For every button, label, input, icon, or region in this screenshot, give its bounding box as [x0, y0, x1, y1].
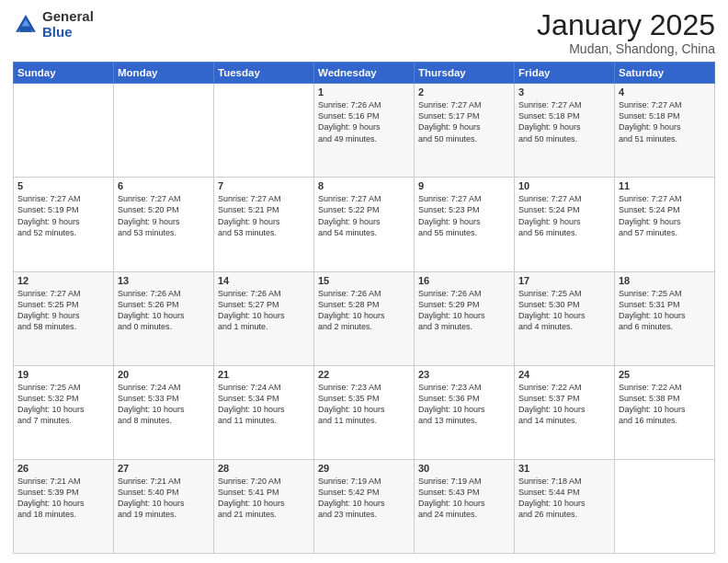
- calendar-table: Sunday Monday Tuesday Wednesday Thursday…: [13, 62, 715, 554]
- table-row: 26Sunrise: 7:21 AMSunset: 5:39 PMDayligh…: [14, 459, 114, 553]
- day-info: Sunrise: 7:27 AMSunset: 5:24 PMDaylight:…: [518, 193, 610, 238]
- day-number: 6: [118, 180, 210, 191]
- day-number: 20: [118, 369, 210, 380]
- day-number: 27: [118, 463, 210, 474]
- calendar-location: Mudan, Shandong, China: [537, 41, 715, 56]
- day-info: Sunrise: 7:23 AMSunset: 5:35 PMDaylight:…: [318, 382, 410, 427]
- day-info: Sunrise: 7:21 AMSunset: 5:39 PMDaylight:…: [17, 476, 109, 521]
- day-info: Sunrise: 7:27 AMSunset: 5:24 PMDaylight:…: [619, 193, 711, 238]
- day-info: Sunrise: 7:27 AMSunset: 5:17 PMDaylight:…: [418, 99, 510, 144]
- day-number: 15: [318, 275, 410, 286]
- table-row: 9Sunrise: 7:27 AMSunset: 5:23 PMDaylight…: [415, 178, 515, 271]
- day-number: 1: [318, 86, 410, 98]
- table-row: 3Sunrise: 7:27 AMSunset: 5:18 PMDaylight…: [515, 84, 615, 178]
- logo-blue-text: Blue: [42, 25, 94, 40]
- svg-rect-2: [20, 26, 31, 31]
- day-number: 25: [619, 369, 711, 380]
- col-saturday: Saturday: [615, 63, 715, 84]
- calendar-title: January 2025: [537, 9, 715, 41]
- day-info: Sunrise: 7:21 AMSunset: 5:40 PMDaylight:…: [118, 476, 210, 521]
- day-number: 21: [218, 369, 310, 380]
- page: General Blue January 2025 Mudan, Shandon…: [0, 0, 728, 563]
- day-number: 4: [619, 86, 711, 98]
- table-row: 2Sunrise: 7:27 AMSunset: 5:17 PMDaylight…: [415, 84, 515, 178]
- table-row: 1Sunrise: 7:26 AMSunset: 5:16 PMDaylight…: [314, 84, 415, 178]
- day-number: 2: [418, 86, 510, 98]
- table-row: [14, 84, 114, 178]
- day-info: Sunrise: 7:27 AMSunset: 5:18 PMDaylight:…: [518, 99, 610, 144]
- table-row: 28Sunrise: 7:20 AMSunset: 5:41 PMDayligh…: [214, 459, 314, 553]
- day-info: Sunrise: 7:26 AMSunset: 5:16 PMDaylight:…: [318, 99, 410, 144]
- calendar-week-4: 19Sunrise: 7:25 AMSunset: 5:32 PMDayligh…: [14, 365, 715, 459]
- calendar-week-1: 1Sunrise: 7:26 AMSunset: 5:16 PMDaylight…: [14, 84, 715, 178]
- day-info: Sunrise: 7:20 AMSunset: 5:41 PMDaylight:…: [218, 476, 310, 521]
- day-number: 23: [418, 369, 510, 380]
- day-info: Sunrise: 7:25 AMSunset: 5:30 PMDaylight:…: [518, 288, 610, 333]
- day-info: Sunrise: 7:27 AMSunset: 5:20 PMDaylight:…: [118, 193, 210, 238]
- col-sunday: Sunday: [14, 63, 114, 84]
- table-row: 12Sunrise: 7:27 AMSunset: 5:25 PMDayligh…: [14, 271, 114, 365]
- day-info: Sunrise: 7:27 AMSunset: 5:21 PMDaylight:…: [218, 193, 310, 238]
- day-info: Sunrise: 7:22 AMSunset: 5:38 PMDaylight:…: [619, 382, 711, 427]
- day-info: Sunrise: 7:26 AMSunset: 5:26 PMDaylight:…: [118, 288, 210, 333]
- table-row: 10Sunrise: 7:27 AMSunset: 5:24 PMDayligh…: [515, 178, 615, 271]
- table-row: [615, 459, 715, 553]
- day-info: Sunrise: 7:25 AMSunset: 5:31 PMDaylight:…: [619, 288, 711, 333]
- table-row: 27Sunrise: 7:21 AMSunset: 5:40 PMDayligh…: [114, 459, 214, 553]
- day-info: Sunrise: 7:18 AMSunset: 5:44 PMDaylight:…: [518, 476, 610, 521]
- table-row: 29Sunrise: 7:19 AMSunset: 5:42 PMDayligh…: [314, 459, 415, 553]
- table-row: 5Sunrise: 7:27 AMSunset: 5:19 PMDaylight…: [14, 178, 114, 271]
- table-row: [114, 84, 214, 178]
- calendar-week-2: 5Sunrise: 7:27 AMSunset: 5:19 PMDaylight…: [14, 178, 715, 271]
- day-info: Sunrise: 7:25 AMSunset: 5:32 PMDaylight:…: [17, 382, 109, 427]
- day-info: Sunrise: 7:26 AMSunset: 5:27 PMDaylight:…: [218, 288, 310, 333]
- day-number: 9: [418, 180, 510, 191]
- col-wednesday: Wednesday: [314, 63, 415, 84]
- col-thursday: Thursday: [415, 63, 515, 84]
- col-friday: Friday: [515, 63, 615, 84]
- table-row: 23Sunrise: 7:23 AMSunset: 5:36 PMDayligh…: [415, 365, 515, 459]
- calendar-week-5: 26Sunrise: 7:21 AMSunset: 5:39 PMDayligh…: [14, 459, 715, 553]
- day-number: 26: [17, 463, 109, 474]
- day-number: 28: [218, 463, 310, 474]
- day-info: Sunrise: 7:27 AMSunset: 5:23 PMDaylight:…: [418, 193, 510, 238]
- day-number: 3: [518, 86, 610, 98]
- day-info: Sunrise: 7:19 AMSunset: 5:43 PMDaylight:…: [418, 476, 510, 521]
- day-number: 12: [17, 275, 109, 286]
- day-number: 30: [418, 463, 510, 474]
- table-row: 24Sunrise: 7:22 AMSunset: 5:37 PMDayligh…: [515, 365, 615, 459]
- header: General Blue January 2025 Mudan, Shandon…: [13, 9, 715, 56]
- table-row: [214, 84, 314, 178]
- table-row: 18Sunrise: 7:25 AMSunset: 5:31 PMDayligh…: [615, 271, 715, 365]
- logo-icon: [13, 12, 39, 38]
- day-number: 18: [619, 275, 711, 286]
- day-info: Sunrise: 7:27 AMSunset: 5:19 PMDaylight:…: [17, 193, 109, 238]
- table-row: 30Sunrise: 7:19 AMSunset: 5:43 PMDayligh…: [415, 459, 515, 553]
- table-row: 6Sunrise: 7:27 AMSunset: 5:20 PMDaylight…: [114, 178, 214, 271]
- table-row: 19Sunrise: 7:25 AMSunset: 5:32 PMDayligh…: [14, 365, 114, 459]
- day-info: Sunrise: 7:27 AMSunset: 5:22 PMDaylight:…: [318, 193, 410, 238]
- calendar-header-row: Sunday Monday Tuesday Wednesday Thursday…: [14, 63, 715, 84]
- day-number: 7: [218, 180, 310, 191]
- calendar-week-3: 12Sunrise: 7:27 AMSunset: 5:25 PMDayligh…: [14, 271, 715, 365]
- table-row: 7Sunrise: 7:27 AMSunset: 5:21 PMDaylight…: [214, 178, 314, 271]
- day-info: Sunrise: 7:27 AMSunset: 5:25 PMDaylight:…: [17, 288, 109, 333]
- table-row: 17Sunrise: 7:25 AMSunset: 5:30 PMDayligh…: [515, 271, 615, 365]
- day-number: 29: [318, 463, 410, 474]
- day-info: Sunrise: 7:24 AMSunset: 5:34 PMDaylight:…: [218, 382, 310, 427]
- day-info: Sunrise: 7:23 AMSunset: 5:36 PMDaylight:…: [418, 382, 510, 427]
- day-number: 19: [17, 369, 109, 380]
- day-number: 22: [318, 369, 410, 380]
- logo-general-text: General: [42, 9, 94, 25]
- col-tuesday: Tuesday: [214, 63, 314, 84]
- day-info: Sunrise: 7:27 AMSunset: 5:18 PMDaylight:…: [619, 99, 711, 144]
- col-monday: Monday: [114, 63, 214, 84]
- day-number: 16: [418, 275, 510, 286]
- table-row: 8Sunrise: 7:27 AMSunset: 5:22 PMDaylight…: [314, 178, 415, 271]
- day-number: 13: [118, 275, 210, 286]
- day-number: 8: [318, 180, 410, 191]
- day-number: 24: [518, 369, 610, 380]
- day-number: 31: [518, 463, 610, 474]
- table-row: 21Sunrise: 7:24 AMSunset: 5:34 PMDayligh…: [214, 365, 314, 459]
- table-row: 13Sunrise: 7:26 AMSunset: 5:26 PMDayligh…: [114, 271, 214, 365]
